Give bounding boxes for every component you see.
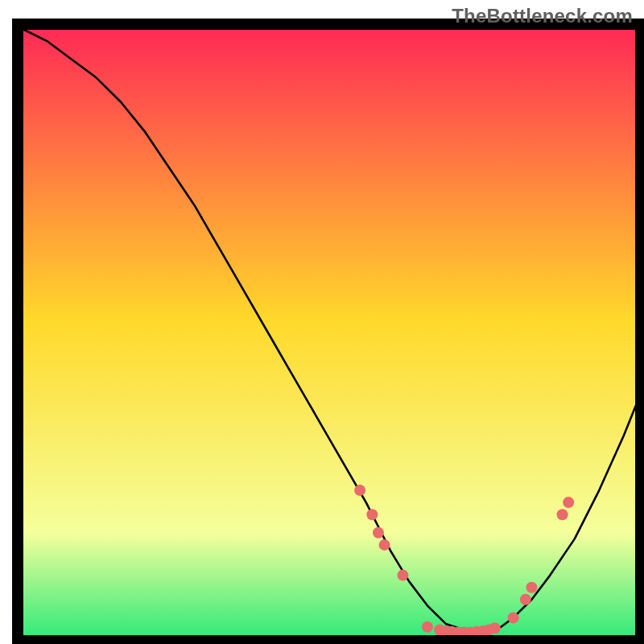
bottleneck-chart <box>0 0 644 644</box>
data-marker <box>520 594 531 605</box>
data-marker <box>508 612 519 623</box>
data-marker <box>422 621 433 633</box>
data-marker <box>489 622 501 634</box>
plot-background <box>23 29 636 636</box>
data-marker <box>354 485 365 496</box>
watermark-text: TheBottleneck.com <box>452 5 633 27</box>
data-marker <box>526 582 537 593</box>
chart-frame: TheBottleneck.com <box>0 0 644 644</box>
data-marker <box>397 570 408 581</box>
data-marker <box>379 539 390 551</box>
data-marker <box>563 497 574 508</box>
data-marker <box>557 509 568 520</box>
data-marker <box>373 527 384 539</box>
data-marker <box>366 509 378 520</box>
